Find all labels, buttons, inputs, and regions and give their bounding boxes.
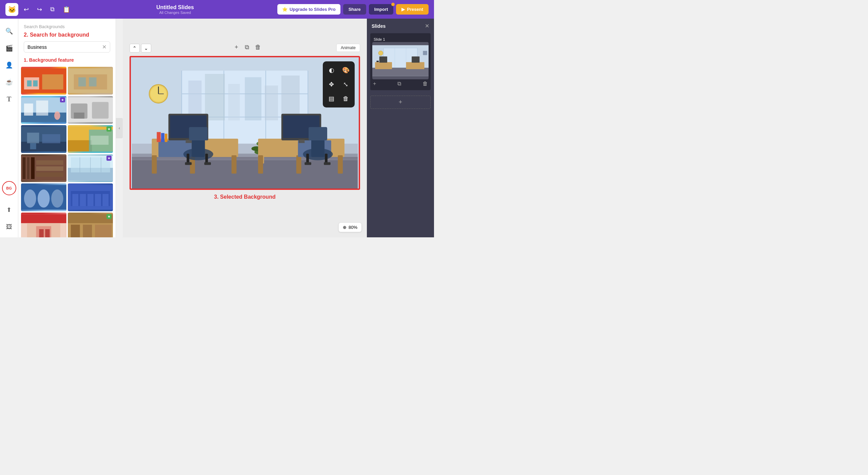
svg-rect-30	[27, 157, 29, 179]
search-clear-button[interactable]: ✕	[102, 44, 106, 50]
selected-background-label: 3. Selected Background	[130, 194, 360, 200]
move-tool-button[interactable]: ✥	[326, 78, 338, 91]
add-slide-button[interactable]: +	[370, 96, 431, 109]
svg-rect-17	[74, 113, 84, 119]
slide-delete-button[interactable]: 🗑	[422, 81, 428, 87]
svg-rect-22	[30, 143, 36, 149]
bg-thumb-8[interactable]: ★	[68, 154, 113, 182]
svg-rect-93	[185, 162, 192, 165]
image-icon: 🖼	[6, 223, 12, 231]
bg-panel-header: Search Backgrounds 2. Search for backgro…	[18, 19, 116, 55]
panel-collapse-button[interactable]: ‹	[116, 118, 123, 138]
delete-tool-button[interactable]: 🗑	[340, 93, 352, 105]
bg-thumb-9[interactable]	[21, 183, 66, 211]
clipboard-button[interactable]: 📋	[60, 4, 73, 15]
layer-tool-button[interactable]: ▤	[326, 93, 338, 105]
svg-rect-8	[89, 77, 96, 86]
svg-rect-73	[228, 84, 240, 120]
bg-thumb-6[interactable]: ★	[68, 125, 113, 153]
svg-point-42	[24, 190, 36, 207]
slide-container: ⌃ ⌄ + ⧉ 🗑 Animate	[130, 56, 360, 200]
color-tool-button[interactable]: 🎨	[340, 64, 352, 76]
animate-label: Animate	[341, 45, 356, 50]
sidebar-item-image[interactable]: 🖼	[2, 220, 16, 234]
svg-rect-94	[204, 162, 211, 165]
redo-button[interactable]: ↪	[34, 4, 45, 15]
copy-button[interactable]: ⧉	[47, 4, 57, 14]
svg-rect-62	[95, 225, 112, 237]
svg-rect-130	[375, 62, 392, 69]
share-button[interactable]: Share	[343, 4, 366, 15]
undo-button[interactable]: ↩	[21, 4, 32, 15]
sidebar-item-props[interactable]: ☕	[2, 75, 16, 89]
resize-tool-button[interactable]: ⤡	[340, 78, 352, 91]
bg-thumb-1[interactable]	[21, 67, 66, 95]
sidebar-item-upload[interactable]: ⬆	[2, 203, 16, 217]
bg-thumb-2[interactable]	[68, 67, 113, 95]
topbar: 🐱 ↩ ↪ ⧉ 📋 Untitled Slides All Changes Sa…	[0, 0, 434, 19]
bg-thumb-12[interactable]: ★	[68, 213, 113, 237]
svg-rect-72	[205, 74, 225, 120]
import-label: Import	[374, 7, 388, 12]
slides-panel-close-button[interactable]: ✕	[425, 23, 429, 29]
svg-rect-114	[309, 127, 327, 140]
svg-rect-24	[68, 140, 92, 152]
eraser-tool-button[interactable]: ◐	[326, 64, 338, 76]
svg-rect-74	[245, 77, 261, 120]
sidebar-item-character[interactable]: 👤	[2, 58, 16, 72]
svg-rect-76	[281, 76, 300, 120]
premium-star-6: ★	[106, 126, 112, 132]
sidebar-item-text[interactable]: T	[2, 92, 16, 106]
svg-rect-135	[423, 51, 427, 55]
slide-1-thumbnail[interactable]	[372, 42, 429, 79]
upgrade-button[interactable]: ⭐ Upgrade to Slides Pro	[277, 4, 340, 15]
svg-rect-32	[36, 160, 63, 165]
add-element-button[interactable]: +	[235, 44, 238, 51]
bg-thumb-10[interactable]	[68, 183, 113, 211]
svg-rect-95	[157, 132, 161, 142]
svg-rect-115	[306, 154, 309, 163]
app-logo[interactable]: 🐱	[5, 3, 18, 16]
bg-thumb-4[interactable]	[68, 96, 113, 124]
svg-rect-133	[412, 57, 419, 63]
sidebar-item-background[interactable]: BG	[2, 181, 16, 195]
sidebar-item-search[interactable]: 🔍	[2, 24, 16, 38]
slide-add-button[interactable]: +	[373, 81, 376, 87]
bg-thumb-7[interactable]	[21, 154, 66, 182]
duplicate-slide-button[interactable]: ⧉	[245, 44, 249, 51]
slide-duplicate-button[interactable]: ⧉	[397, 81, 401, 87]
present-button[interactable]: ▶ Present	[396, 4, 429, 15]
delete-slide-button[interactable]: 🗑	[255, 44, 261, 51]
import-button[interactable]: Import	[369, 4, 393, 15]
svg-rect-50	[95, 194, 101, 206]
animate-button[interactable]: Animate	[336, 44, 360, 52]
sidebar-item-scenes[interactable]: 🎬	[2, 41, 16, 55]
slides-panel-title: Slides	[372, 23, 386, 29]
upgrade-label: Upgrade to Slides Pro	[290, 7, 336, 12]
svg-rect-26	[90, 136, 108, 145]
svg-rect-53	[21, 214, 66, 223]
svg-rect-97	[165, 134, 167, 142]
zoom-control: ⊕ 80%	[339, 223, 361, 232]
svg-rect-116	[325, 154, 328, 163]
app-subtitle: All Changes Saved	[76, 11, 274, 15]
topbar-left-nav: 🐱 ↩ ↪ ⧉ 📋	[5, 3, 73, 16]
svg-rect-96	[161, 133, 164, 142]
bg-thumb-5[interactable]	[21, 125, 66, 153]
search-input[interactable]	[27, 44, 100, 50]
svg-rect-56	[39, 229, 44, 237]
bg-thumb-3[interactable]: ★	[21, 96, 66, 124]
svg-rect-11	[24, 103, 33, 116]
svg-rect-47	[72, 194, 78, 206]
down-arrow-button[interactable]: ⌄	[141, 44, 151, 53]
up-arrow-button[interactable]: ⌃	[130, 44, 140, 53]
character-icon: 👤	[5, 61, 13, 69]
bg-thumb-11[interactable]	[21, 213, 66, 237]
svg-rect-51	[102, 194, 108, 206]
bg-feature-area: 1. Background feature	[18, 55, 116, 64]
svg-rect-111	[299, 140, 305, 143]
svg-rect-91	[187, 154, 190, 163]
svg-rect-16	[92, 102, 108, 119]
premium-star-12: ★	[106, 214, 112, 219]
svg-rect-49	[87, 194, 94, 206]
